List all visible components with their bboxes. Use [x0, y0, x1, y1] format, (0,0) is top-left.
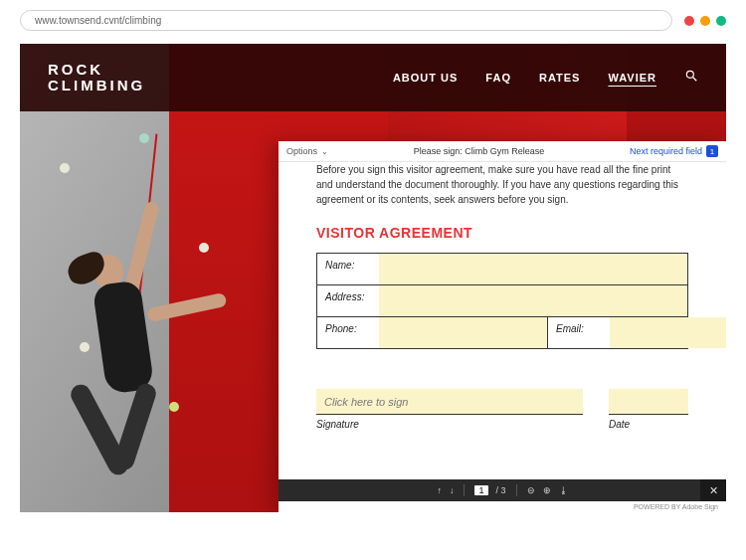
zoom-out-icon[interactable]: ⊖: [527, 485, 535, 495]
page-down-icon[interactable]: ↓: [450, 485, 455, 495]
site-logo[interactable]: ROCK CLIMBING: [48, 62, 145, 94]
maximize-window-icon[interactable]: [716, 16, 726, 26]
esign-options-label: Options: [286, 146, 317, 156]
esign-toolbar: ↑ ↓ 1 / 3 ⊖ ⊕ ⭳ ✕: [279, 479, 726, 501]
email-label: Email:: [548, 317, 610, 348]
agreement-heading: VISITOR AGREEMENT: [316, 225, 688, 241]
phone-field[interactable]: [379, 317, 547, 348]
signature-row: Click here to sign Signature Date: [316, 389, 688, 430]
search-icon[interactable]: [684, 69, 698, 87]
chevron-down-icon: ⌄: [321, 147, 328, 156]
esign-topbar: Options ⌄ Please sign: Climb Gym Release…: [279, 141, 726, 162]
browser-bar: www.townsend.cvnt/climbing: [0, 0, 746, 41]
address-label: Address:: [317, 285, 379, 316]
agreement-intro: Before you sign this visitor agreement, …: [316, 162, 688, 207]
nav-wavier[interactable]: WAVIER: [608, 72, 656, 84]
site-header: ROCK CLIMBING ABOUT US FAQ RATES WAVIER: [20, 44, 726, 111]
download-icon[interactable]: ⭳: [559, 485, 568, 495]
address-field[interactable]: [379, 285, 687, 316]
esign-doc-title: Please sign: Climb Gym Release: [328, 146, 630, 156]
signature-field[interactable]: Click here to sign: [316, 389, 583, 415]
nav-rates[interactable]: RATES: [539, 72, 580, 84]
agreement-form: Name: Address: Phone: E: [316, 253, 688, 349]
esign-next-label: Next required field: [630, 146, 702, 156]
date-caption: Date: [609, 419, 688, 430]
name-field[interactable]: [379, 254, 687, 284]
nav-faq[interactable]: FAQ: [485, 72, 511, 84]
page-up-icon[interactable]: ↑: [437, 485, 442, 495]
page-current[interactable]: 1: [474, 485, 487, 495]
svg-line-1: [693, 78, 697, 82]
climber-photo: [40, 193, 259, 511]
close-window-icon[interactable]: [684, 16, 694, 26]
window-controls: [684, 16, 726, 26]
brand-line2: CLIMBING: [48, 78, 145, 94]
esign-powered-by: POWERED BY Adobe Sign: [279, 501, 726, 512]
esign-next-count: 1: [706, 145, 718, 157]
email-field[interactable]: [610, 317, 726, 348]
esign-panel: Options ⌄ Please sign: Climb Gym Release…: [279, 141, 726, 512]
svg-point-0: [686, 71, 693, 78]
minimize-window-icon[interactable]: [700, 16, 710, 26]
name-label: Name:: [317, 254, 379, 284]
url-input[interactable]: www.townsend.cvnt/climbing: [20, 10, 672, 31]
esign-body: Before you sign this visitor agreement, …: [279, 162, 726, 479]
phone-label: Phone:: [317, 317, 379, 348]
main-nav: ABOUT US FAQ RATES WAVIER: [393, 69, 698, 87]
site-frame: ROCK CLIMBING ABOUT US FAQ RATES WAVIER …: [20, 44, 726, 512]
esign-close-button[interactable]: ✕: [700, 479, 726, 501]
brand-line1: ROCK: [48, 62, 145, 79]
signature-caption: Signature: [316, 419, 583, 430]
date-field[interactable]: [609, 389, 688, 415]
esign-next-required[interactable]: Next required field 1: [630, 145, 718, 157]
nav-about[interactable]: ABOUT US: [393, 72, 458, 84]
page-total: / 3: [496, 485, 506, 495]
esign-options-menu[interactable]: Options ⌄: [286, 146, 328, 156]
zoom-in-icon[interactable]: ⊕: [543, 485, 551, 495]
